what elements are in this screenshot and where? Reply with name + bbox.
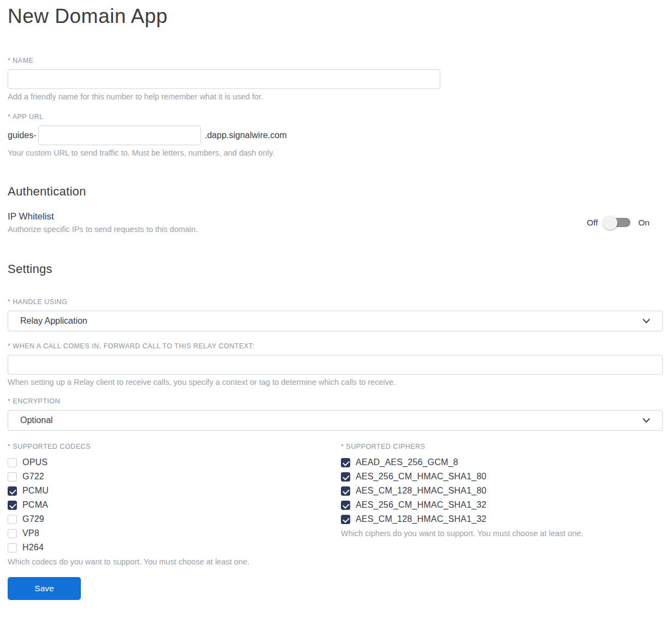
codec-label: OPUS xyxy=(22,457,48,467)
relay-context-input[interactable] xyxy=(8,355,663,375)
toggle-on-label: On xyxy=(638,218,650,228)
encryption-field-group: * ENCRYPTION Optional xyxy=(8,397,663,431)
codec-label: VP8 xyxy=(22,528,39,538)
authentication-section: Authentication IP Whitelist Authorize sp… xyxy=(8,185,663,234)
cipher-label: AEAD_AES_256_GCM_8 xyxy=(356,457,458,467)
settings-heading: Settings xyxy=(8,262,663,276)
codecs-list: OPUS G722 PCMU PCMA xyxy=(8,455,341,555)
cipher-checkbox-aes-cm-128-hmac-sha1-32[interactable]: AES_CM_128_HMAC_SHA1_32 xyxy=(341,512,663,526)
relay-context-field-group: * WHEN A CALL COMES IN, FORWARD CALL TO … xyxy=(8,342,663,387)
ip-whitelist-row: IP Whitelist Authorize specific IPs to s… xyxy=(8,211,663,234)
cipher-label: AES_256_CM_HMAC_SHA1_80 xyxy=(356,472,486,482)
checkbox-icon[interactable] xyxy=(341,458,350,467)
ciphers-list: AEAD_AES_256_GCM_8 AES_256_CM_HMAC_SHA1_… xyxy=(341,455,663,526)
new-domain-app-page: New Domain App * NAME Add a friendly nam… xyxy=(0,0,672,600)
codec-checkbox-h264[interactable]: H264 xyxy=(8,540,341,555)
codec-label: G729 xyxy=(22,514,44,524)
save-button[interactable]: Save xyxy=(8,577,81,600)
name-input[interactable] xyxy=(8,69,440,89)
relay-context-label: * WHEN A CALL COMES IN, FORWARD CALL TO … xyxy=(8,342,663,350)
ip-whitelist-toggle[interactable] xyxy=(605,218,630,227)
handle-using-value: Relay Application xyxy=(20,316,87,326)
authentication-heading: Authentication xyxy=(8,185,663,199)
supported-ciphers-label: * SUPPORTED CIPHERS xyxy=(341,443,663,450)
codec-checkbox-g722[interactable]: G722 xyxy=(8,470,341,484)
checkbox-icon[interactable] xyxy=(341,472,350,482)
app-url-suffix: .dapp.signalwire.com xyxy=(204,130,286,140)
name-field-group: * NAME Add a friendly name for this numb… xyxy=(8,57,663,101)
codec-checkbox-opus[interactable]: OPUS xyxy=(8,455,341,470)
toggle-off-label: Off xyxy=(587,218,598,228)
cipher-checkbox-aes-256-cm-hmac-sha1-32[interactable]: AES_256_CM_HMAC_SHA1_32 xyxy=(341,498,663,512)
relay-context-helper: When setting up a Relay client to receiv… xyxy=(8,378,663,387)
cipher-label: AES_CM_128_HMAC_SHA1_32 xyxy=(356,514,486,524)
app-url-label: * APP URL xyxy=(8,113,663,121)
name-label: * NAME xyxy=(8,57,663,64)
app-url-field-group: * APP URL guides- .dapp.signalwire.com Y… xyxy=(8,113,663,157)
cipher-checkbox-aes-256-cm-hmac-sha1-80[interactable]: AES_256_CM_HMAC_SHA1_80 xyxy=(341,470,663,484)
handle-using-field-group: * HANDLE USING Relay Application xyxy=(8,298,663,331)
codec-label: PCMA xyxy=(22,500,48,510)
app-url-input[interactable] xyxy=(38,126,201,145)
checkbox-icon[interactable] xyxy=(341,515,350,524)
checkbox-icon[interactable] xyxy=(8,543,17,552)
app-url-helper: Your custom URL to send traffic to. Must… xyxy=(8,148,663,157)
cipher-label: AES_CM_128_HMAC_SHA1_80 xyxy=(356,486,486,496)
app-url-prefix: guides- xyxy=(8,130,36,140)
settings-section: Settings * HANDLE USING Relay Applicatio… xyxy=(8,262,663,600)
supported-ciphers-group: * SUPPORTED CIPHERS AEAD_AES_256_GCM_8 A… xyxy=(341,443,663,566)
ip-whitelist-toggle-group: Off On xyxy=(587,218,663,228)
cipher-label: AES_256_CM_HMAC_SHA1_32 xyxy=(356,500,486,510)
checkbox-icon[interactable] xyxy=(8,501,17,510)
checkbox-icon[interactable] xyxy=(8,529,17,538)
app-url-row: guides- .dapp.signalwire.com xyxy=(8,126,663,145)
handle-using-label: * HANDLE USING xyxy=(8,298,663,306)
codec-checkbox-pcma[interactable]: PCMA xyxy=(8,498,341,512)
toggle-knob xyxy=(603,216,617,230)
codec-checkbox-g729[interactable]: G729 xyxy=(8,512,341,526)
checkbox-icon[interactable] xyxy=(341,501,350,510)
encryption-label: * ENCRYPTION xyxy=(8,397,663,405)
encryption-value: Optional xyxy=(20,415,53,425)
ciphers-helper: Which ciphers do you want to support. Yo… xyxy=(341,529,663,538)
chevron-down-icon xyxy=(642,319,650,324)
ip-whitelist-text: IP Whitelist Authorize specific IPs to s… xyxy=(8,211,198,234)
chevron-down-icon xyxy=(642,418,650,423)
codec-cipher-columns: * SUPPORTED CODECS OPUS G722 PCMU xyxy=(8,443,663,566)
checkbox-icon[interactable] xyxy=(8,472,17,482)
name-helper: Add a friendly name for this number to h… xyxy=(8,92,663,101)
codec-label: PCMU xyxy=(22,486,49,496)
codec-checkbox-pcmu[interactable]: PCMU xyxy=(8,484,341,498)
codec-label: H264 xyxy=(22,543,44,552)
supported-codecs-label: * SUPPORTED CODECS xyxy=(8,443,341,450)
codec-label: G722 xyxy=(22,472,44,482)
checkbox-icon[interactable] xyxy=(8,486,17,496)
codecs-helper: Which codecs do you want to support. You… xyxy=(8,557,341,566)
handle-using-select[interactable]: Relay Application xyxy=(8,311,663,331)
encryption-select[interactable]: Optional xyxy=(8,410,663,431)
page-title: New Domain App xyxy=(8,4,663,28)
codec-checkbox-vp8[interactable]: VP8 xyxy=(8,526,341,540)
checkbox-icon[interactable] xyxy=(8,515,17,524)
checkbox-icon[interactable] xyxy=(8,458,17,467)
checkbox-icon[interactable] xyxy=(341,486,350,496)
cipher-checkbox-aead-aes-256-gcm-8[interactable]: AEAD_AES_256_GCM_8 xyxy=(341,455,663,470)
supported-codecs-group: * SUPPORTED CODECS OPUS G722 PCMU xyxy=(8,443,341,566)
cipher-checkbox-aes-cm-128-hmac-sha1-80[interactable]: AES_CM_128_HMAC_SHA1_80 xyxy=(341,484,663,498)
ip-whitelist-label: IP Whitelist xyxy=(8,211,198,222)
ip-whitelist-helper: Authorize specific IPs to send requests … xyxy=(8,225,198,234)
